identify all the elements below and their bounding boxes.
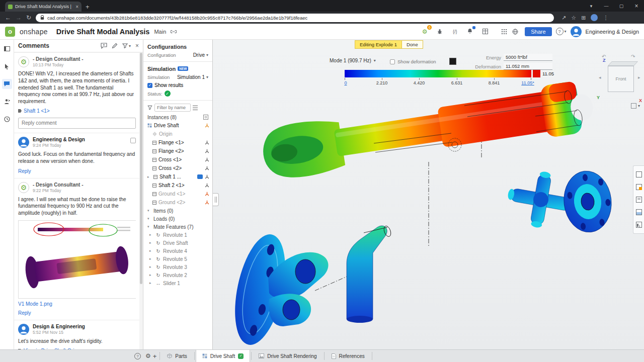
instance-row-root[interactable]: Drive Shaft bbox=[143, 121, 212, 130]
scale-tick-min[interactable]: 0 bbox=[344, 80, 347, 85]
expand-chevron-icon[interactable]: ▸ bbox=[147, 175, 151, 179]
items-section-header[interactable]: ▾ Items (0) bbox=[143, 207, 212, 215]
spreadsheet-icon[interactable] bbox=[479, 26, 491, 37]
color-swatch[interactable] bbox=[449, 58, 456, 65]
instance-row[interactable]: Cross <2> bbox=[143, 164, 212, 172]
bell-icon[interactable] bbox=[464, 26, 475, 37]
expand-chevron-icon[interactable]: ▸ bbox=[149, 265, 153, 269]
browser-menu-icon[interactable]: ⋮ bbox=[603, 15, 608, 21]
reply-link[interactable]: Reply bbox=[18, 310, 136, 316]
simulation-results-panel-icon[interactable] bbox=[636, 209, 642, 215]
branch-name[interactable]: Main bbox=[154, 29, 166, 35]
sim-gear-icon[interactable]: ⚙ 6 bbox=[419, 26, 430, 37]
code-braces-icon[interactable]: {/} bbox=[449, 26, 460, 37]
reply-link[interactable]: Reply bbox=[18, 168, 136, 174]
rotate-right-arrow-icon[interactable]: ▸ bbox=[638, 75, 640, 80]
scrollbar-thumb[interactable] bbox=[140, 53, 142, 284]
tab-drive-shaft[interactable]: Drive Shaft ✓ bbox=[196, 350, 250, 362]
cursor-icon[interactable] bbox=[2, 61, 12, 71]
appearance-panel-icon[interactable] bbox=[636, 184, 642, 190]
comments-filter[interactable]: ▾ bbox=[122, 43, 131, 48]
show-results-checkbox[interactable]: ✓ bbox=[147, 83, 152, 88]
show-results-row[interactable]: ✓ Show results bbox=[143, 81, 212, 89]
attachment-filename-link[interactable]: V1 Mode 1.png bbox=[18, 301, 136, 307]
tab-references[interactable]: References bbox=[326, 350, 371, 362]
filter-funnel-icon[interactable] bbox=[147, 105, 152, 110]
show-deformation-control[interactable]: Show deformation bbox=[390, 59, 436, 64]
configuration-select[interactable]: Drive ▾ bbox=[193, 52, 208, 58]
view-options-menu[interactable]: ▾ bbox=[631, 103, 640, 109]
onshape-logo-icon[interactable]: o bbox=[5, 27, 15, 37]
comment-item[interactable]: Design & Engineering 5:52 PM Nov 15 Let'… bbox=[14, 320, 143, 349]
expand-chevron-icon[interactable]: ▸ bbox=[149, 249, 153, 253]
rotate-left-arrow-icon[interactable]: ◂ bbox=[599, 75, 601, 80]
resolve-checkbox[interactable] bbox=[130, 138, 136, 143]
mate-feature-row[interactable]: ▸ ↻ Revolute 2 bbox=[143, 271, 212, 279]
done-button[interactable]: Done bbox=[401, 41, 423, 48]
new-tab-button[interactable]: + bbox=[86, 3, 90, 11]
share-page-icon[interactable]: ↗ bbox=[561, 15, 566, 21]
help-menu[interactable]: ? ▾ bbox=[556, 28, 567, 35]
instance-row[interactable]: Shaft 2 <1> bbox=[143, 181, 212, 190]
onshape-wordmark[interactable]: onshape bbox=[20, 28, 48, 36]
browser-profile-avatar[interactable] bbox=[591, 14, 598, 21]
comment-item[interactable]: ⚙ - Design Consultant - 9:22 PM Today I … bbox=[14, 178, 143, 320]
mate-feature-row[interactable]: ▸ ↻ Revolute 4 bbox=[143, 247, 212, 255]
expand-chevron-icon[interactable]: ▸ bbox=[149, 257, 153, 261]
instance-row-origin[interactable]: Origin bbox=[143, 130, 212, 138]
view-cube[interactable]: ↶ ↷ Front ◂ ▸ Z Y X ▾ bbox=[593, 54, 644, 113]
tab-drive-shaft-rendering[interactable]: Drive Shaft Rendering bbox=[253, 350, 323, 362]
mate-feature-row[interactable]: ▸ ↻ Revolute 3 bbox=[143, 263, 212, 271]
instance-row-shaft1[interactable]: ▸ Shaft 1 ... bbox=[143, 172, 212, 181]
loads-section-header[interactable]: ▾ Loads (0) bbox=[143, 215, 212, 223]
forward-icon[interactable]: → bbox=[16, 14, 22, 21]
comment-part-tag[interactable]: Shaft 1 <1> bbox=[18, 108, 136, 114]
sheet-panel-icon[interactable] bbox=[636, 197, 642, 203]
close-comments-icon[interactable]: × bbox=[135, 42, 139, 49]
list-options-icon[interactable] bbox=[193, 106, 198, 110]
history-icon[interactable] bbox=[2, 114, 12, 124]
share-button[interactable]: Share bbox=[525, 27, 551, 36]
settings-gear-icon[interactable]: ⚙ bbox=[145, 352, 151, 359]
panel-splitter-handle[interactable] bbox=[213, 193, 219, 206]
chart-panel-icon[interactable] bbox=[636, 222, 642, 228]
comment-item[interactable]: ⚙ - Design Consultant - 10:13 PM Today D… bbox=[14, 52, 143, 133]
browser-tab[interactable]: Drive Shaft Modal Analysis | Dri... × bbox=[5, 2, 82, 12]
mate-feature-row[interactable]: ▸ ↻ Revolute 5 bbox=[143, 255, 212, 263]
comments-scrollbar[interactable] bbox=[139, 53, 143, 349]
view-cube-top-face[interactable] bbox=[608, 61, 638, 66]
comment-item[interactable]: Engineering & Design 9:24 PM Today Good … bbox=[14, 133, 143, 178]
document-title[interactable]: Drive Shaft Modal Analysis bbox=[56, 28, 150, 36]
graphics-viewport[interactable]: Editing Explode 1 Done Mode 1 (909.7 Hz)… bbox=[213, 40, 644, 349]
expand-chevron-icon[interactable]: ▸ bbox=[149, 241, 153, 245]
comment-flag-icon[interactable] bbox=[197, 174, 203, 179]
mate-feature-row[interactable]: ▸ ↻ Revolute 1 bbox=[143, 231, 212, 239]
refresh-icon[interactable]: ↻ bbox=[26, 14, 31, 21]
instance-row[interactable]: Flange <2> bbox=[143, 147, 212, 155]
extensions-puzzle-icon[interactable]: ⊞ bbox=[581, 15, 586, 21]
instance-row[interactable]: Cross <1> bbox=[143, 155, 212, 164]
maximize-button[interactable]: ▢ bbox=[614, 4, 629, 9]
simulation-select[interactable]: Simulation 1 ▾ bbox=[177, 74, 208, 80]
mate-feature-row[interactable]: ▸ ↻ Drive Shaft bbox=[143, 239, 212, 247]
add-tab-icon[interactable]: + bbox=[153, 352, 157, 360]
follow-mode-icon[interactable] bbox=[2, 97, 12, 107]
bookmark-star-icon[interactable]: ☆ bbox=[571, 15, 576, 21]
mode-selector[interactable]: Mode 1 (909.7 Hz) ▾ bbox=[330, 58, 376, 63]
tab-close-icon[interactable]: × bbox=[75, 4, 78, 10]
mate-feature-row[interactable]: ▸ ↔ Slider 1 bbox=[143, 279, 212, 287]
globe-icon[interactable] bbox=[510, 26, 521, 37]
back-icon[interactable]: ← bbox=[5, 14, 11, 21]
account-avatar[interactable] bbox=[571, 26, 582, 37]
show-hide-icon[interactable] bbox=[203, 115, 208, 120]
mate-features-section-header[interactable]: ▾ Mate Features (7) bbox=[143, 223, 212, 231]
reply-comment-input[interactable] bbox=[18, 118, 136, 129]
new-comment-icon[interactable] bbox=[101, 43, 107, 49]
model-3d-view[interactable] bbox=[213, 40, 644, 349]
energy-value-field[interactable]: 5000 ft*lbf bbox=[504, 54, 552, 61]
deformation-value-field[interactable]: 11.052 mm bbox=[504, 63, 552, 70]
expand-chevron-icon[interactable]: ▸ bbox=[149, 233, 153, 237]
comment-attachment-image[interactable] bbox=[18, 220, 136, 299]
comment-view-link[interactable]: View in Drive Shaft Orig bbox=[18, 348, 136, 349]
show-deformation-checkbox[interactable] bbox=[390, 59, 395, 64]
